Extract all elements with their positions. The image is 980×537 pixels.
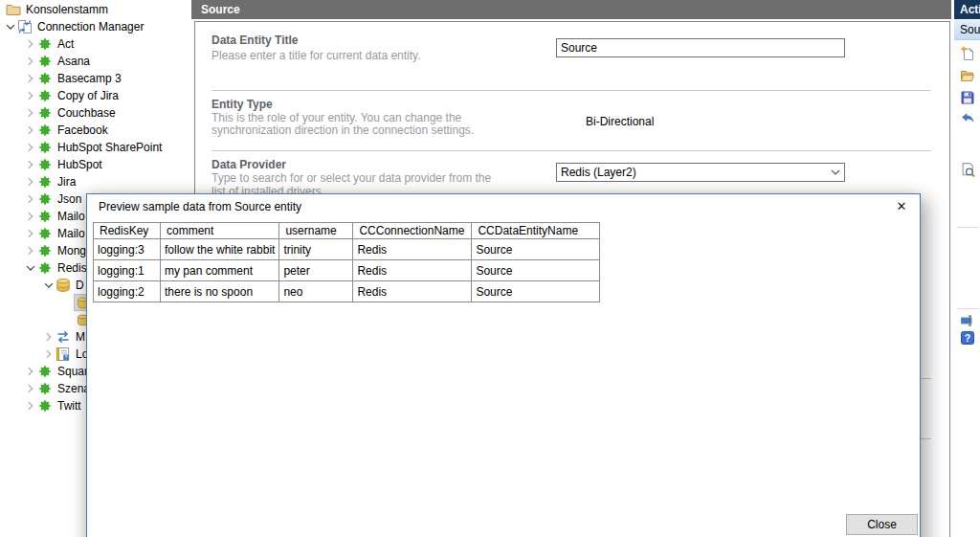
- chevron-right-icon[interactable]: [42, 330, 56, 344]
- chevron-right-icon[interactable]: [24, 399, 37, 413]
- save-icon[interactable]: [960, 90, 975, 105]
- column-header-ccdataentityname[interactable]: CCDataEntityName: [472, 223, 600, 239]
- chevron-right-icon[interactable]: [24, 175, 37, 189]
- folder-icon: [6, 2, 21, 17]
- field-desc-data-provider-line1: Type to search for or select your data p…: [212, 171, 491, 185]
- chevron-right-icon[interactable]: [24, 37, 37, 51]
- column-header-ccconnectionname[interactable]: CCConnectionName: [353, 223, 472, 239]
- grid-cell: logging:2: [94, 281, 161, 302]
- tree-item-label: Connection Manager: [37, 18, 144, 35]
- column-header-comment[interactable]: comment: [161, 223, 279, 239]
- help-icon[interactable]: [960, 330, 975, 346]
- rename-field-icon[interactable]: [960, 313, 975, 328]
- connector-icon: [37, 260, 53, 276]
- connector-icon: [37, 157, 53, 172]
- connector-icon: [37, 105, 53, 121]
- tree-item-label: Jira: [57, 173, 76, 190]
- grid-cell: my pan comment: [161, 260, 279, 281]
- data-provider-dropdown[interactable]: Redis (Layer2): [556, 163, 845, 182]
- preview-dialog: Preview sample data from Source entity ✕…: [86, 193, 921, 537]
- tree-item-basecamp3[interactable]: Basecamp 3: [0, 70, 191, 87]
- chevron-right-icon[interactable]: [24, 365, 37, 378]
- tree-item-facebook[interactable]: Facebook: [0, 122, 191, 139]
- grid-header-row: RedisKey comment username CCConnectionNa…: [94, 223, 600, 239]
- data-provider-selected-value: Redis (Layer2): [561, 166, 636, 179]
- chevron-right-icon[interactable]: [42, 347, 56, 361]
- tree-item-connection-manager[interactable]: Connection Manager: [0, 18, 191, 35]
- chevron-right-icon[interactable]: [24, 227, 37, 240]
- grid-cell: trinity: [279, 239, 353, 260]
- grid-row[interactable]: logging:2 there is no spoon neo Redis So…: [94, 281, 600, 302]
- field-desc-entity-type-line2: synchronization direction in the connect…: [212, 123, 474, 137]
- grid-cell: neo: [279, 281, 353, 302]
- tree-item-couchbase[interactable]: Couchbase: [0, 104, 191, 122]
- close-icon[interactable]: ✕: [893, 198, 910, 215]
- open-folder-icon[interactable]: [960, 68, 975, 83]
- grid-cell: Source: [472, 239, 600, 260]
- close-button[interactable]: Close: [846, 514, 918, 535]
- tree-item-label: Asana: [57, 53, 90, 70]
- grid-row[interactable]: logging:3 follow the white rabbit trinit…: [94, 239, 600, 260]
- chevron-right-icon[interactable]: [24, 158, 37, 171]
- grid-cell: Redis: [353, 260, 472, 281]
- source-panel-header: Source: [191, 0, 951, 19]
- application-window: Konsolenstamm Connection Manager Act Asa…: [0, 0, 980, 537]
- field-label-data-entity-title: Data Entity Title: [212, 34, 298, 47]
- connector-icon: [37, 54, 53, 69]
- chevron-down-icon[interactable]: [42, 279, 56, 292]
- tree-item-jira[interactable]: Jira: [0, 173, 191, 190]
- actions-pane-header: Acti: [954, 0, 980, 19]
- chevron-right-icon[interactable]: [24, 192, 37, 206]
- tree-item-asana[interactable]: Asana: [0, 53, 191, 70]
- field-desc-entity-type-line1: This is the role of your entity. You can…: [212, 111, 461, 124]
- connector-icon: [37, 398, 53, 414]
- connector-icon: [37, 140, 53, 155]
- separator: [957, 227, 978, 228]
- tree-item-copy-of-jira[interactable]: Copy of Jira: [0, 87, 191, 104]
- log-book-icon: [56, 347, 71, 362]
- tree-item-label: Squar: [57, 363, 88, 380]
- grid-cell: peter: [279, 260, 353, 281]
- grid-cell: follow the white rabbit: [161, 239, 279, 260]
- chevron-right-icon[interactable]: [24, 141, 37, 154]
- chevron-right-icon[interactable]: [24, 55, 37, 68]
- separator: [212, 90, 931, 91]
- column-header-username[interactable]: username: [279, 223, 353, 239]
- undo-icon[interactable]: [960, 111, 975, 126]
- connector-icon: [37, 88, 53, 103]
- dialog-title: Preview sample data from Source entity: [99, 200, 301, 213]
- chevron-right-icon[interactable]: [24, 244, 37, 257]
- tree-item-console-root[interactable]: Konsolenstamm: [0, 1, 191, 18]
- chevron-down-icon[interactable]: [24, 261, 37, 275]
- chevron-right-icon[interactable]: [24, 210, 37, 223]
- grid-row[interactable]: logging:1 my pan comment peter Redis Sou…: [94, 260, 600, 281]
- chevron-right-icon[interactable]: [24, 89, 37, 102]
- chevron-right-icon[interactable]: [24, 72, 37, 85]
- entity-type-value: Bi-Directional: [586, 115, 654, 128]
- preview-document-icon[interactable]: [960, 162, 975, 177]
- tree-item-hubspot[interactable]: HubSpot: [0, 156, 191, 173]
- connector-icon: [37, 71, 53, 86]
- connector-icon: [37, 123, 53, 138]
- tree-item-hubspot-sharepoint[interactable]: HubSpot SharePoint: [0, 139, 191, 156]
- grid-cell: Redis: [353, 281, 472, 302]
- chevron-right-icon[interactable]: [24, 123, 37, 137]
- chevron-down-icon[interactable]: [4, 20, 17, 34]
- sync-documents-icon: [17, 19, 33, 34]
- chevron-right-icon[interactable]: [24, 106, 37, 120]
- grid-cell: logging:3: [94, 239, 161, 260]
- column-header-rediskey[interactable]: RedisKey: [94, 223, 161, 239]
- actions-group-source: Sou: [954, 20, 980, 40]
- data-entity-title-input[interactable]: [556, 38, 845, 57]
- connector-icon: [37, 381, 53, 396]
- tree-item-act[interactable]: Act: [0, 35, 191, 53]
- tree-item-label: Mailo: [57, 225, 85, 242]
- field-desc-data-entity-title: Please enter a title for current data en…: [212, 49, 421, 62]
- tree-item-label: HubSpot: [57, 156, 102, 173]
- connector-icon: [37, 226, 53, 241]
- grid-cell: there is no spoon: [161, 281, 279, 302]
- grid-cell: Redis: [353, 239, 472, 260]
- new-document-icon[interactable]: [960, 46, 975, 61]
- chevron-right-icon[interactable]: [24, 382, 37, 395]
- chevron-down-icon: [831, 169, 840, 175]
